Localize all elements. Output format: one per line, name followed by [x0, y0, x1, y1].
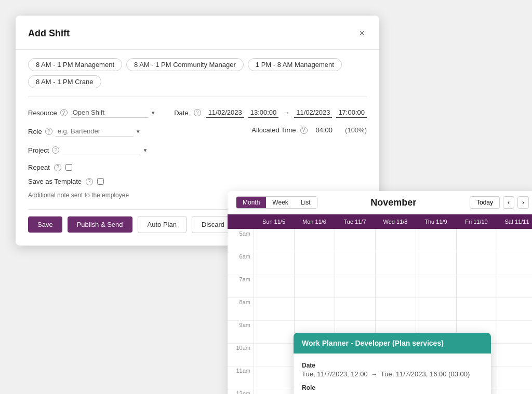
role-arrow-icon: ▼ — [136, 129, 141, 134]
time-11am: 11am — [228, 366, 254, 389]
cell-sat-0[interactable] — [497, 229, 532, 252]
cell-wed-2[interactable] — [376, 275, 416, 297]
calendar-view-tabs: Month Week List — [236, 196, 317, 209]
cell-sat-4[interactable] — [497, 320, 532, 343]
date-start[interactable]: 11/02/2023 — [206, 107, 244, 118]
cell-sun-6[interactable] — [254, 366, 294, 389]
calendar-month-title: November — [370, 197, 416, 208]
resource-label: Resource — [28, 109, 57, 117]
cell-wed-1[interactable] — [376, 252, 416, 275]
cell-wed-3[interactable] — [376, 297, 416, 320]
time-10am: 10am — [228, 343, 254, 366]
date-label: Date — [174, 109, 188, 117]
auto-plan-button[interactable]: Auto Plan — [138, 216, 187, 233]
cell-sun-4[interactable] — [254, 320, 294, 343]
time-5am: 5am — [228, 229, 254, 252]
cell-thu-1[interactable] — [416, 252, 456, 275]
cell-sat-1[interactable] — [497, 252, 532, 275]
cell-fri-3[interactable] — [457, 297, 497, 320]
cell-sun-3[interactable] — [254, 297, 294, 320]
cell-sun-1[interactable] — [254, 252, 294, 275]
popup-date-field: Date Tue, 11/7/2023, 12:00 → Tue, 11/7/2… — [302, 362, 483, 378]
tab-shift-2[interactable]: 1 PM - 8 AM Management — [248, 58, 342, 71]
cell-sun-7[interactable] — [254, 389, 294, 394]
allocated-help-icon[interactable]: ? — [300, 127, 308, 134]
cell-mon-3[interactable] — [295, 297, 335, 320]
popup-date-arrow-icon: → — [371, 370, 378, 378]
cell-tue-2[interactable] — [335, 275, 375, 297]
prev-month-button[interactable]: ‹ — [503, 196, 514, 209]
date-end[interactable]: 11/02/2023 — [294, 107, 332, 118]
cell-mon-1[interactable] — [295, 252, 335, 275]
cell-thu-2[interactable] — [416, 275, 456, 297]
cell-sat-7[interactable] — [497, 389, 532, 394]
allocated-pct-value: (100%) — [345, 126, 367, 134]
save-template-help-icon[interactable]: ? — [86, 178, 93, 185]
cell-sat-5[interactable] — [497, 343, 532, 366]
cell-fri-1[interactable] — [457, 252, 497, 275]
tab-month[interactable]: Month — [236, 197, 266, 208]
repeat-help-icon[interactable]: ? — [54, 164, 61, 171]
popup-date-value: Tue, 11/7/2023, 12:00 → Tue, 11/7/2023, … — [302, 370, 483, 378]
project-input[interactable] — [62, 145, 140, 155]
resource-help-icon[interactable]: ? — [60, 109, 68, 116]
cell-tue-0[interactable] — [335, 229, 375, 252]
tab-shift-0[interactable]: 8 AM - 1 PM Management — [28, 58, 122, 71]
project-help-icon[interactable]: ? — [52, 146, 59, 154]
cell-tue-1[interactable] — [335, 252, 375, 275]
cell-sun-0[interactable] — [254, 229, 294, 252]
tab-list[interactable]: List — [295, 197, 317, 208]
date-help-icon[interactable]: ? — [194, 109, 201, 116]
cell-wed-0[interactable] — [376, 229, 416, 252]
popup-date-start: Tue, 11/7/2023, 12:00 — [302, 370, 368, 378]
tab-shift-3[interactable]: 8 AM - 1 PM Crane — [28, 75, 101, 88]
popup-header: Work Planner - Developer (Plan services) — [294, 333, 491, 354]
day-header-1: Mon 11/6 — [294, 214, 335, 229]
popup-role-label: Role — [302, 384, 483, 391]
cell-sun-2[interactable] — [254, 275, 294, 297]
time-column: 5am 6am 7am 8am 9am 10am 11am 12pm 1pm 2… — [228, 229, 254, 394]
allocated-label: Allocated Time — [251, 126, 296, 134]
save-template-checkbox[interactable] — [97, 178, 104, 185]
day-col-sat — [497, 229, 532, 394]
cell-sat-6[interactable] — [497, 366, 532, 389]
close-button[interactable]: × — [357, 26, 367, 41]
cell-tue-3[interactable] — [335, 297, 375, 320]
shift-tabs: 8 AM - 1 PM Management 8 AM - 1 PM Commu… — [16, 50, 379, 97]
cell-sat-2[interactable] — [497, 275, 532, 297]
cell-fri-2[interactable] — [457, 275, 497, 297]
cell-sun-5[interactable] — [254, 343, 294, 366]
next-month-button[interactable]: › — [517, 196, 529, 209]
resource-input[interactable] — [71, 107, 149, 118]
day-header-3: Wed 11/8 — [375, 214, 416, 229]
repeat-label: Repeat — [28, 164, 50, 171]
cell-thu-3[interactable] — [416, 297, 456, 320]
time-end[interactable]: 17:00:00 — [336, 107, 367, 118]
resource-arrow-icon: ▼ — [151, 110, 156, 116]
day-header-5: Fri 11/10 — [456, 214, 497, 229]
time-column-header — [228, 214, 254, 229]
day-header-4: Thu 11/9 — [416, 214, 456, 229]
publish-send-button[interactable]: Publish & Send — [68, 216, 132, 233]
time-12pm: 12pm — [228, 389, 254, 394]
repeat-checkbox[interactable] — [65, 164, 72, 171]
calendar-widget: Month Week List November Today ‹ › Sun 1… — [228, 191, 532, 394]
tab-week[interactable]: Week — [266, 197, 294, 208]
resource-dropdown[interactable]: ▼ — [71, 107, 156, 118]
cell-mon-0[interactable] — [295, 229, 335, 252]
day-header-6: Sat 11/11 — [497, 214, 532, 229]
cell-fri-0[interactable] — [457, 229, 497, 252]
role-help-icon[interactable]: ? — [45, 128, 52, 135]
cell-thu-0[interactable] — [416, 229, 456, 252]
tab-shift-1[interactable]: 8 AM - 1 PM Community Manager — [126, 58, 244, 71]
role-dropdown[interactable]: ▼ — [56, 126, 141, 137]
project-dropdown[interactable]: ▼ — [62, 145, 148, 155]
time-start[interactable]: 13:00:00 — [248, 107, 279, 118]
cell-mon-2[interactable] — [295, 275, 335, 297]
role-input[interactable] — [56, 126, 134, 137]
time-6am: 6am — [228, 252, 254, 275]
cell-sat-3[interactable] — [497, 297, 532, 320]
save-button[interactable]: Save — [28, 216, 62, 233]
today-button[interactable]: Today — [470, 196, 500, 209]
save-template-label: Save as Template — [28, 178, 82, 185]
